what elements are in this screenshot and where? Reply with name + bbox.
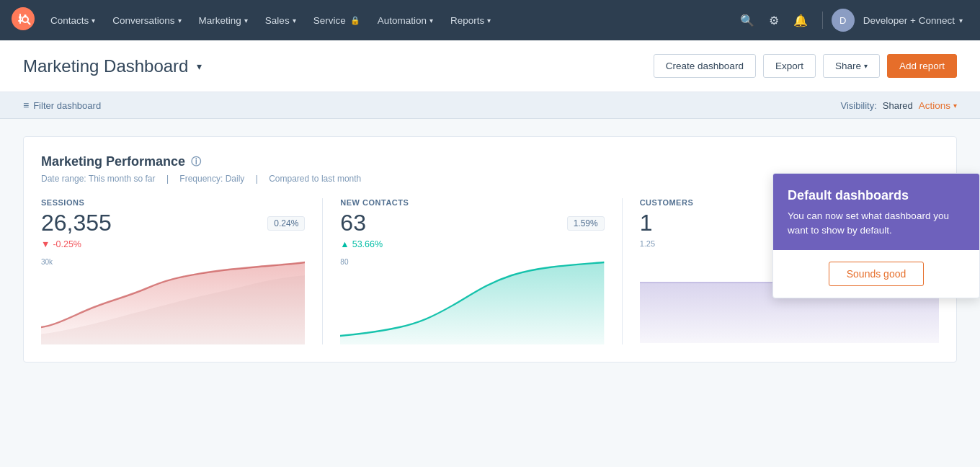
sales-chevron-icon: ▾	[293, 17, 296, 25]
title-dropdown-icon[interactable]: ▾	[197, 61, 202, 72]
sessions-y-label: 30k	[41, 258, 53, 266]
header-actions: Create dashboard Export Share ▾ Add repo…	[654, 54, 957, 78]
sessions-metric: SESSIONS 26,355 0.24% ▼ -0.25% 30k	[41, 198, 323, 344]
new-contacts-metric: NEW CONTACTS 63 1.59% ▲ 53.66% 80	[340, 198, 622, 344]
new-contacts-up-arrow: ▲	[340, 239, 349, 249]
create-dashboard-button[interactable]: Create dashboard	[654, 54, 756, 78]
navbar: Contacts ▾ Conversations ▾ Marketing ▾ S…	[0, 0, 980, 40]
conversations-chevron-icon: ▾	[178, 17, 182, 25]
nav-item-conversations[interactable]: Conversations ▾	[105, 11, 188, 30]
nav-item-reports[interactable]: Reports ▾	[443, 11, 498, 30]
nav-item-automation[interactable]: Automation ▾	[370, 11, 440, 30]
sessions-label: SESSIONS	[41, 198, 305, 207]
visibility-value: Shared	[883, 100, 913, 111]
filter-bar: ≡ Filter dashboard Visibility: Shared Ac…	[0, 92, 980, 119]
reports-chevron-icon: ▾	[487, 17, 491, 25]
sessions-change: ▼ -0.25%	[41, 239, 305, 249]
filter-icon: ≡	[23, 99, 29, 111]
filter-right: Visibility: Shared Actions ▾	[840, 100, 957, 111]
notifications-button[interactable]: 🔔	[788, 9, 814, 32]
tooltip-title: Default dashboards	[788, 188, 965, 203]
hubspot-logo[interactable]	[12, 7, 35, 33]
filter-dashboard-button[interactable]: ≡ Filter dashboard	[23, 99, 101, 111]
account-menu[interactable]: Developer + Connect ▾	[858, 12, 968, 29]
new-contacts-y-label: 80	[340, 258, 348, 266]
nav-item-service[interactable]: Service 🔒	[306, 11, 368, 30]
nav-item-marketing[interactable]: Marketing ▾	[192, 11, 255, 30]
tooltip-header: Default dashboards You can now set what …	[773, 174, 979, 250]
info-icon[interactable]: ⓘ	[191, 156, 201, 169]
actions-chevron-icon: ▾	[953, 102, 957, 110]
sessions-down-arrow: ▼	[41, 239, 50, 249]
new-contacts-value: 63	[340, 210, 366, 236]
new-contacts-chart: 80	[340, 258, 604, 344]
actions-button[interactable]: Actions ▾	[919, 100, 957, 111]
new-contacts-badge: 1.59%	[567, 216, 605, 231]
service-lock-icon: 🔒	[350, 16, 360, 25]
sessions-chart: 30k	[41, 258, 305, 344]
export-button[interactable]: Export	[763, 54, 816, 78]
page-title-container: Marketing Dashboard ▾	[23, 56, 202, 76]
visibility-label: Visibility:	[840, 100, 876, 111]
main-content: Marketing Performance ⓘ Date range: This…	[0, 119, 980, 380]
nav-item-contacts[interactable]: Contacts ▾	[43, 11, 102, 30]
navbar-right: 🔍 ⚙ 🔔 D Developer + Connect ▾	[734, 9, 968, 32]
search-button[interactable]: 🔍	[734, 9, 760, 32]
nav-item-sales[interactable]: Sales ▾	[258, 11, 303, 30]
automation-chevron-icon: ▾	[429, 17, 433, 25]
sessions-value: 26,355	[41, 210, 112, 236]
add-report-button[interactable]: Add report	[887, 54, 957, 78]
tooltip-body: You can now set what dashboard you want …	[788, 209, 965, 239]
new-contacts-label: NEW CONTACTS	[340, 198, 604, 207]
default-dashboards-tooltip: Default dashboards You can now set what …	[772, 173, 980, 298]
settings-button[interactable]: ⚙	[763, 9, 785, 32]
page-header: Marketing Dashboard ▾ Create dashboard E…	[0, 40, 980, 92]
marketing-chevron-icon: ▾	[244, 17, 248, 25]
customers-value: 1	[640, 210, 653, 236]
share-button[interactable]: Share ▾	[823, 54, 880, 78]
nav-separator	[822, 12, 823, 29]
account-chevron-icon: ▾	[959, 17, 963, 25]
page-title: Marketing Dashboard	[23, 56, 188, 76]
avatar: D	[832, 9, 855, 32]
tooltip-footer: Sounds good	[773, 250, 979, 298]
card-title: Marketing Performance ⓘ	[41, 154, 939, 169]
new-contacts-value-row: 63 1.59%	[340, 210, 604, 236]
sessions-badge: 0.24%	[267, 216, 305, 231]
sessions-value-row: 26,355 0.24%	[41, 210, 305, 236]
share-chevron-icon: ▾	[864, 62, 868, 70]
contacts-chevron-icon: ▾	[92, 17, 95, 25]
new-contacts-change: ▲ 53.66%	[340, 239, 604, 249]
sounds-good-button[interactable]: Sounds good	[829, 262, 925, 286]
tooltip-arrow	[945, 173, 959, 174]
